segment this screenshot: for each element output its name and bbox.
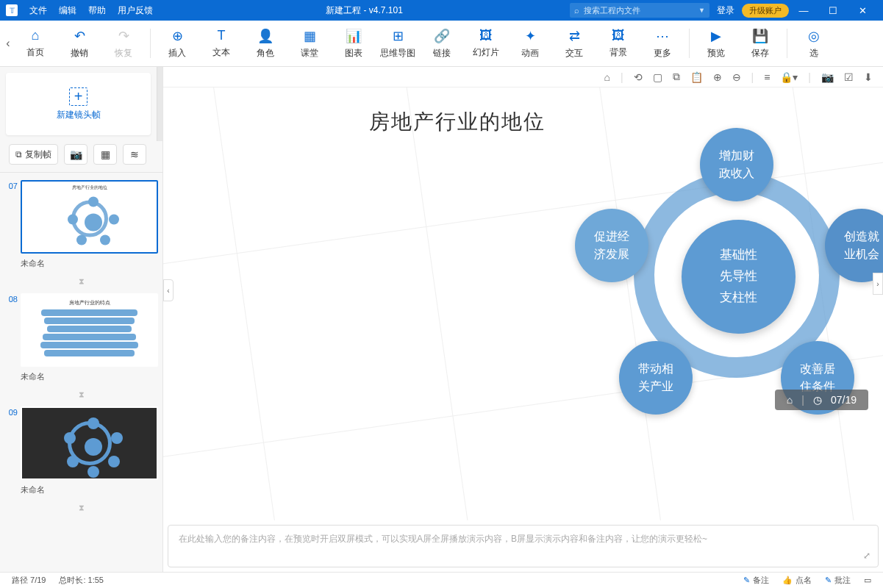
align-icon[interactable]: ≡ (764, 71, 770, 83)
slide-item-08[interactable]: 08 房地产行业的特点 未命名 (4, 293, 158, 385)
stats-icon[interactable]: ☑ (844, 71, 854, 83)
canvas-area: ⌂ | ⟲ ▢ ⧉ 📋 ⊕ ⊖ | ≡ 🔒▾ | 📷 ☑ ⬇ 房地产行业的地位 … (163, 67, 883, 572)
plus-icon: + (69, 87, 88, 106)
collapse-sidebar-icon[interactable]: ‹ (163, 279, 174, 301)
menu-help[interactable]: 帮助 (82, 4, 112, 17)
toolbar-label: 保存 (751, 47, 769, 60)
toolbar-label: 交互 (565, 47, 583, 60)
toolbar-思维导图-button[interactable]: ⊞思维导图 (376, 28, 420, 60)
zoom-in-icon[interactable]: ⊕ (713, 71, 722, 83)
page-indicator: ⌂ | ◷ 07/19 (775, 390, 868, 410)
search-placeholder: 搜索工程内文件 (584, 5, 640, 16)
slide-title-text[interactable]: 房地产行业的地位 (369, 108, 546, 136)
menu-feedback[interactable]: 用户反馈 (112, 4, 159, 17)
path-status: 路径 7/19 (12, 575, 46, 586)
notes-input[interactable]: 在此处输入您的备注内容，在预览时开启双屏模式，可以实现A屏全屏播放演示内容，B屏… (168, 525, 879, 567)
copy-icon[interactable]: ⧉ (673, 71, 680, 83)
toolbar-label: 角色 (257, 47, 274, 60)
toolbar-链接-button[interactable]: 🔗链接 (420, 28, 464, 60)
slide-item-07[interactable]: 07 房地产行业的地位 (4, 180, 158, 272)
camera-icon: 📷 (70, 148, 82, 160)
maximize-button[interactable]: ☐ (818, 5, 848, 16)
slide-content: 房地产行业的地位 基础性 先导性 支柱性 增加财 政收入 促进经 济发展 创造就… (332, 87, 876, 484)
remark-button[interactable]: ✎备注 (743, 575, 769, 586)
new-frame-button[interactable]: + 新建镜头帧 (6, 73, 151, 135)
slide-name: 未命名 (21, 257, 158, 272)
toolbar-角色-button[interactable]: 👤角色 (243, 28, 287, 60)
toolbar-撤销-button[interactable]: ↶撤销 (57, 28, 101, 60)
qr-button[interactable]: ▦ (93, 144, 117, 165)
slide-thumbnail[interactable]: 房地产行业的特点 (21, 293, 158, 367)
toolbar-icon: 👤 (257, 28, 274, 44)
download-icon[interactable]: ⬇ (864, 71, 873, 83)
canvas[interactable]: 房地产行业的地位 基础性 先导性 支柱性 增加财 政收入 促进经 济发展 创造就… (163, 87, 883, 520)
paste-icon[interactable]: 📋 (690, 71, 703, 83)
toolbar-icon: ⌂ (32, 28, 40, 43)
collapse-right-icon[interactable]: › (873, 273, 883, 295)
like-button[interactable]: 👍点名 (782, 575, 812, 586)
toolbar-插入-button[interactable]: ⊕插入 (155, 28, 199, 60)
slide-item-09[interactable]: 09 (4, 406, 158, 498)
toolbar-label: 思维导图 (380, 47, 415, 60)
toolbar-icon: 🖼 (479, 28, 493, 43)
snapshot-icon[interactable]: 📷 (821, 71, 834, 83)
app-logo-icon: 𝕋 (6, 4, 18, 16)
toolbar-交互-button[interactable]: ⇄交互 (552, 28, 596, 60)
toolbar-icon: 📊 (346, 28, 362, 44)
lock-icon[interactable]: 🔒▾ (780, 71, 798, 83)
toolbar-首页-button[interactable]: ⌂首页 (13, 28, 57, 60)
sidebar-scrollbar[interactable] (157, 67, 162, 141)
doc-icon[interactable]: ▢ (653, 71, 662, 83)
camera-button[interactable]: 📷 (64, 144, 87, 165)
note-icon: ✎ (825, 576, 832, 585)
toolbar-图表-button[interactable]: 📊图表 (332, 28, 376, 60)
slide-thumbnail[interactable] (21, 406, 158, 480)
toolbar-文本-button[interactable]: T文本 (199, 28, 243, 60)
toolbar-动画-button[interactable]: ✦动画 (508, 28, 552, 60)
login-button[interactable]: 登录 (709, 4, 742, 17)
diagram-node-2[interactable]: 促进经 济发展 (575, 209, 648, 282)
timer-icon: ⧗ (4, 503, 158, 512)
arrow-left-icon[interactable]: ⟲ (634, 71, 643, 83)
toolbar-课堂-button[interactable]: ▦课堂 (287, 28, 332, 60)
toolbar-icon: ⇄ (569, 28, 580, 44)
toolbar-幻灯片-button[interactable]: 🖼幻灯片 (464, 28, 508, 60)
toolbar-divider (787, 29, 787, 58)
diagram-node-4[interactable]: 带动相 关产业 (619, 341, 693, 415)
toolbar-预览-button[interactable]: ▶预览 (694, 28, 738, 60)
toolbar-divider (150, 29, 151, 58)
minimize-button[interactable]: — (789, 5, 818, 16)
toolbar-更多-button[interactable]: ⋯更多 (640, 28, 684, 60)
toolbar-icon: ▶ (711, 28, 721, 44)
wave-button[interactable]: ≋ (123, 144, 146, 165)
slide-name: 未命名 (21, 370, 158, 385)
zoom-out-icon[interactable]: ⊖ (732, 71, 741, 83)
slide-thumbnail[interactable]: 房地产行业的地位 (21, 180, 158, 254)
toolbar-icon: ⋯ (656, 28, 669, 44)
comment-button[interactable]: ✎批注 (825, 575, 851, 586)
upgrade-button[interactable]: 升级账户 (742, 4, 789, 18)
toolbar-icon: 🔗 (434, 28, 450, 44)
home-small-icon: ⌂ (787, 394, 793, 406)
thumb-title-text: 房地产行业的地位 (22, 182, 157, 191)
menu-edit[interactable]: 编辑 (53, 4, 82, 17)
close-button[interactable]: ✕ (848, 5, 877, 16)
expand-icon[interactable]: ⤢ (863, 551, 871, 561)
toolbar-icon: ↷ (118, 28, 129, 44)
page-number: 07/19 (831, 394, 857, 406)
diagram-node-1[interactable]: 增加财 政收入 (700, 128, 773, 201)
collapse-left-icon[interactable]: ‹ (3, 21, 13, 66)
toolbar-icon: ✦ (525, 28, 536, 44)
toolbar-背景-button[interactable]: 🖼背景 (596, 28, 640, 60)
menu-file[interactable]: 文件 (24, 4, 53, 17)
chevron-down-icon: ▼ (698, 7, 705, 14)
search-input[interactable]: ⌕ 搜索工程内文件 ▼ (570, 3, 709, 18)
toolbar-保存-button[interactable]: 💾保存 (738, 28, 782, 60)
toolbar-选-button[interactable]: ◎选 (792, 28, 836, 60)
diagram-center[interactable]: 基础性 先导性 支柱性 (682, 220, 796, 334)
view-mode-icon[interactable]: ▭ (864, 576, 871, 585)
copy-frame-button[interactable]: ⧉ 复制帧 (9, 144, 58, 165)
home-icon[interactable]: ⌂ (604, 71, 609, 83)
edit-icon: ✎ (743, 576, 750, 585)
toolbar-label: 文本 (212, 46, 230, 59)
